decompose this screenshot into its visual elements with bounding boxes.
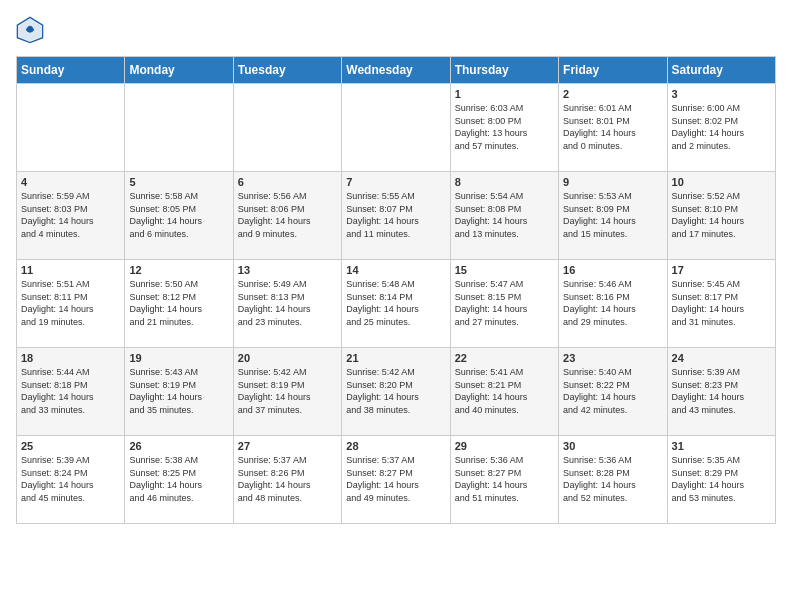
col-header-wednesday: Wednesday (342, 57, 450, 84)
week-row-4: 18Sunrise: 5:44 AM Sunset: 8:18 PM Dayli… (17, 348, 776, 436)
day-number: 27 (238, 440, 337, 452)
day-number: 25 (21, 440, 120, 452)
day-number: 30 (563, 440, 662, 452)
day-number: 11 (21, 264, 120, 276)
day-cell-6: 6Sunrise: 5:56 AM Sunset: 8:06 PM Daylig… (233, 172, 341, 260)
day-info: Sunrise: 5:48 AM Sunset: 8:14 PM Dayligh… (346, 278, 445, 328)
day-number: 26 (129, 440, 228, 452)
col-header-monday: Monday (125, 57, 233, 84)
day-cell-13: 13Sunrise: 5:49 AM Sunset: 8:13 PM Dayli… (233, 260, 341, 348)
empty-cell (17, 84, 125, 172)
day-info: Sunrise: 5:42 AM Sunset: 8:20 PM Dayligh… (346, 366, 445, 416)
day-cell-22: 22Sunrise: 5:41 AM Sunset: 8:21 PM Dayli… (450, 348, 558, 436)
empty-cell (125, 84, 233, 172)
day-cell-28: 28Sunrise: 5:37 AM Sunset: 8:27 PM Dayli… (342, 436, 450, 524)
day-number: 6 (238, 176, 337, 188)
logo (16, 16, 48, 44)
day-cell-14: 14Sunrise: 5:48 AM Sunset: 8:14 PM Dayli… (342, 260, 450, 348)
day-info: Sunrise: 5:40 AM Sunset: 8:22 PM Dayligh… (563, 366, 662, 416)
week-row-3: 11Sunrise: 5:51 AM Sunset: 8:11 PM Dayli… (17, 260, 776, 348)
day-info: Sunrise: 5:47 AM Sunset: 8:15 PM Dayligh… (455, 278, 554, 328)
day-cell-17: 17Sunrise: 5:45 AM Sunset: 8:17 PM Dayli… (667, 260, 775, 348)
day-info: Sunrise: 5:56 AM Sunset: 8:06 PM Dayligh… (238, 190, 337, 240)
day-cell-24: 24Sunrise: 5:39 AM Sunset: 8:23 PM Dayli… (667, 348, 775, 436)
col-header-saturday: Saturday (667, 57, 775, 84)
day-number: 19 (129, 352, 228, 364)
day-cell-31: 31Sunrise: 5:35 AM Sunset: 8:29 PM Dayli… (667, 436, 775, 524)
day-cell-20: 20Sunrise: 5:42 AM Sunset: 8:19 PM Dayli… (233, 348, 341, 436)
day-cell-19: 19Sunrise: 5:43 AM Sunset: 8:19 PM Dayli… (125, 348, 233, 436)
day-number: 10 (672, 176, 771, 188)
day-info: Sunrise: 5:50 AM Sunset: 8:12 PM Dayligh… (129, 278, 228, 328)
day-cell-10: 10Sunrise: 5:52 AM Sunset: 8:10 PM Dayli… (667, 172, 775, 260)
day-cell-1: 1Sunrise: 6:03 AM Sunset: 8:00 PM Daylig… (450, 84, 558, 172)
day-cell-5: 5Sunrise: 5:58 AM Sunset: 8:05 PM Daylig… (125, 172, 233, 260)
day-info: Sunrise: 6:00 AM Sunset: 8:02 PM Dayligh… (672, 102, 771, 152)
day-number: 12 (129, 264, 228, 276)
day-cell-7: 7Sunrise: 5:55 AM Sunset: 8:07 PM Daylig… (342, 172, 450, 260)
day-info: Sunrise: 5:55 AM Sunset: 8:07 PM Dayligh… (346, 190, 445, 240)
week-row-5: 25Sunrise: 5:39 AM Sunset: 8:24 PM Dayli… (17, 436, 776, 524)
day-info: Sunrise: 5:53 AM Sunset: 8:09 PM Dayligh… (563, 190, 662, 240)
day-info: Sunrise: 6:01 AM Sunset: 8:01 PM Dayligh… (563, 102, 662, 152)
day-number: 16 (563, 264, 662, 276)
day-number: 20 (238, 352, 337, 364)
day-number: 23 (563, 352, 662, 364)
day-cell-3: 3Sunrise: 6:00 AM Sunset: 8:02 PM Daylig… (667, 84, 775, 172)
day-info: Sunrise: 5:58 AM Sunset: 8:05 PM Dayligh… (129, 190, 228, 240)
day-cell-30: 30Sunrise: 5:36 AM Sunset: 8:28 PM Dayli… (559, 436, 667, 524)
day-info: Sunrise: 5:43 AM Sunset: 8:19 PM Dayligh… (129, 366, 228, 416)
day-number: 2 (563, 88, 662, 100)
day-info: Sunrise: 5:44 AM Sunset: 8:18 PM Dayligh… (21, 366, 120, 416)
day-number: 3 (672, 88, 771, 100)
day-cell-29: 29Sunrise: 5:36 AM Sunset: 8:27 PM Dayli… (450, 436, 558, 524)
week-row-1: 1Sunrise: 6:03 AM Sunset: 8:00 PM Daylig… (17, 84, 776, 172)
day-info: Sunrise: 5:39 AM Sunset: 8:24 PM Dayligh… (21, 454, 120, 504)
day-cell-16: 16Sunrise: 5:46 AM Sunset: 8:16 PM Dayli… (559, 260, 667, 348)
day-info: Sunrise: 5:35 AM Sunset: 8:29 PM Dayligh… (672, 454, 771, 504)
day-info: Sunrise: 5:59 AM Sunset: 8:03 PM Dayligh… (21, 190, 120, 240)
day-info: Sunrise: 5:54 AM Sunset: 8:08 PM Dayligh… (455, 190, 554, 240)
day-info: Sunrise: 5:38 AM Sunset: 8:25 PM Dayligh… (129, 454, 228, 504)
day-cell-11: 11Sunrise: 5:51 AM Sunset: 8:11 PM Dayli… (17, 260, 125, 348)
day-number: 14 (346, 264, 445, 276)
week-row-2: 4Sunrise: 5:59 AM Sunset: 8:03 PM Daylig… (17, 172, 776, 260)
col-header-thursday: Thursday (450, 57, 558, 84)
day-info: Sunrise: 5:42 AM Sunset: 8:19 PM Dayligh… (238, 366, 337, 416)
calendar-table: SundayMondayTuesdayWednesdayThursdayFrid… (16, 56, 776, 524)
day-info: Sunrise: 5:51 AM Sunset: 8:11 PM Dayligh… (21, 278, 120, 328)
day-info: Sunrise: 5:37 AM Sunset: 8:26 PM Dayligh… (238, 454, 337, 504)
day-number: 7 (346, 176, 445, 188)
day-number: 24 (672, 352, 771, 364)
day-number: 31 (672, 440, 771, 452)
day-cell-27: 27Sunrise: 5:37 AM Sunset: 8:26 PM Dayli… (233, 436, 341, 524)
day-number: 15 (455, 264, 554, 276)
calendar-header: SundayMondayTuesdayWednesdayThursdayFrid… (17, 57, 776, 84)
day-cell-26: 26Sunrise: 5:38 AM Sunset: 8:25 PM Dayli… (125, 436, 233, 524)
day-cell-23: 23Sunrise: 5:40 AM Sunset: 8:22 PM Dayli… (559, 348, 667, 436)
empty-cell (342, 84, 450, 172)
day-cell-12: 12Sunrise: 5:50 AM Sunset: 8:12 PM Dayli… (125, 260, 233, 348)
day-number: 5 (129, 176, 228, 188)
day-info: Sunrise: 6:03 AM Sunset: 8:00 PM Dayligh… (455, 102, 554, 152)
page-header (16, 16, 776, 44)
day-number: 28 (346, 440, 445, 452)
logo-icon (16, 16, 44, 44)
day-info: Sunrise: 5:36 AM Sunset: 8:27 PM Dayligh… (455, 454, 554, 504)
day-number: 9 (563, 176, 662, 188)
day-info: Sunrise: 5:49 AM Sunset: 8:13 PM Dayligh… (238, 278, 337, 328)
day-info: Sunrise: 5:41 AM Sunset: 8:21 PM Dayligh… (455, 366, 554, 416)
day-number: 4 (21, 176, 120, 188)
empty-cell (233, 84, 341, 172)
day-info: Sunrise: 5:37 AM Sunset: 8:27 PM Dayligh… (346, 454, 445, 504)
day-number: 18 (21, 352, 120, 364)
day-cell-18: 18Sunrise: 5:44 AM Sunset: 8:18 PM Dayli… (17, 348, 125, 436)
day-cell-25: 25Sunrise: 5:39 AM Sunset: 8:24 PM Dayli… (17, 436, 125, 524)
day-number: 22 (455, 352, 554, 364)
day-number: 13 (238, 264, 337, 276)
day-info: Sunrise: 5:36 AM Sunset: 8:28 PM Dayligh… (563, 454, 662, 504)
calendar-body: 1Sunrise: 6:03 AM Sunset: 8:00 PM Daylig… (17, 84, 776, 524)
day-info: Sunrise: 5:46 AM Sunset: 8:16 PM Dayligh… (563, 278, 662, 328)
day-cell-2: 2Sunrise: 6:01 AM Sunset: 8:01 PM Daylig… (559, 84, 667, 172)
day-cell-15: 15Sunrise: 5:47 AM Sunset: 8:15 PM Dayli… (450, 260, 558, 348)
